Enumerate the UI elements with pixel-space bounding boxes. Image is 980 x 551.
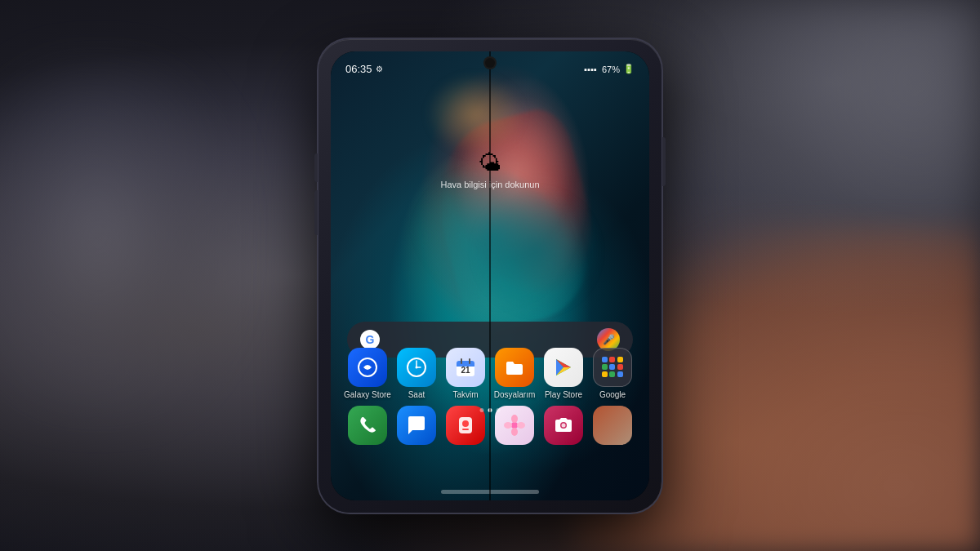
volume-down-button (314, 190, 318, 235)
phone-screen: 06:35 ⚙ ▪▪▪▪ 67% 🔋 🌤 Hava bilgisi için d… (331, 51, 649, 500)
phone-hinge (489, 51, 491, 500)
photo-background: 06:35 ⚙ ▪▪▪▪ 67% 🔋 🌤 Hava bilgisi için d… (0, 0, 980, 551)
svg-point-4 (416, 366, 418, 368)
partial-app-icon (593, 406, 632, 445)
bg-blur-left (0, 65, 229, 408)
phone-device: 06:35 ⚙ ▪▪▪▪ 67% 🔋 🌤 Hava bilgisi için d… (302, 27, 678, 525)
dosyalarim-icon (495, 348, 534, 387)
app-messages[interactable] (392, 406, 441, 445)
svg-point-20 (562, 423, 566, 427)
front-camera (485, 58, 495, 68)
app-play-store[interactable]: Play Store (539, 348, 588, 399)
google-logo: G (360, 330, 380, 349)
takvim-label: Takvim (452, 390, 478, 399)
app-dosyalarim[interactable]: Dosyalarım (490, 348, 539, 399)
galaxy-store-icon (348, 348, 387, 387)
power-button (662, 137, 666, 186)
page-dot-3 (497, 408, 501, 412)
messages-icon (397, 406, 436, 445)
phone-shell: 06:35 ⚙ ▪▪▪▪ 67% 🔋 🌤 Hava bilgisi için d… (318, 39, 662, 513)
status-time: 06:35 ⚙ (345, 63, 383, 75)
app-camera[interactable] (539, 406, 588, 445)
phone-icon (348, 406, 387, 445)
settings-icon: ⚙ (376, 64, 383, 73)
battery-display: 67% (602, 64, 620, 74)
saat-label: Saat (408, 390, 425, 399)
svg-point-18 (517, 422, 525, 429)
saat-icon (397, 348, 436, 387)
google-icon (593, 348, 632, 387)
app-partial (588, 406, 637, 445)
page-dot-1 (480, 408, 484, 412)
battery-icon: 🔋 (623, 64, 635, 74)
signal-icon: ▪▪▪▪ (584, 64, 597, 74)
svg-point-17 (504, 422, 512, 429)
svg-point-12 (462, 420, 469, 427)
app-phone[interactable] (343, 406, 392, 445)
dosyalarim-label: Dosyalarım (494, 390, 536, 399)
google-label: Google (599, 390, 626, 399)
google-grid-icon (602, 357, 623, 377)
takvim-icon: 21 (446, 348, 485, 387)
volume-up-button (314, 153, 318, 182)
svg-point-16 (511, 428, 518, 436)
galaxy-store-label: Galaxy Store (344, 390, 391, 399)
camera-icon (544, 406, 583, 445)
status-icons: ▪▪▪▪ 67% 🔋 (584, 64, 635, 74)
flowers-icon (495, 406, 534, 445)
app-google[interactable]: Google (588, 348, 637, 399)
app-galaxy-store[interactable]: Galaxy Store (343, 348, 392, 399)
svg-point-15 (511, 415, 518, 423)
play-store-label: Play Store (545, 390, 582, 399)
app-takvim[interactable]: 21 Takvim (441, 348, 490, 399)
svg-rect-13 (462, 429, 469, 430)
svg-text:21: 21 (461, 366, 470, 375)
svg-point-14 (511, 422, 518, 429)
app-saat[interactable]: Saat (392, 348, 441, 399)
time-display: 06:35 (345, 63, 372, 75)
play-store-icon (544, 348, 583, 387)
